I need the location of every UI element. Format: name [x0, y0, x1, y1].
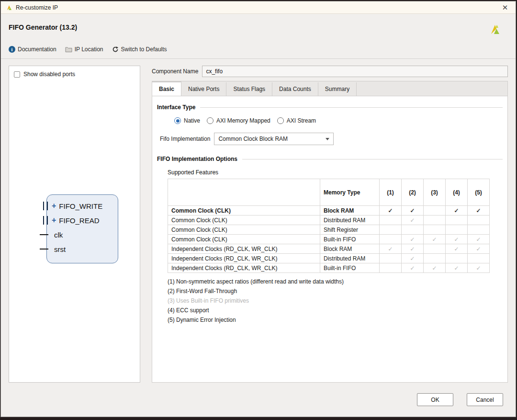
radio-label: AXI Memory Mapped — [216, 117, 270, 124]
check-icon: ✓ — [476, 265, 481, 272]
expand-plus-icon[interactable]: + — [52, 202, 56, 210]
tab-basic[interactable]: Basic — [152, 81, 181, 96]
footnote: (3) Uses Built-in FIFO primitives — [168, 296, 494, 306]
table-row[interactable]: Independent Clocks (RD_CLK, WR_CLK)Block… — [168, 244, 490, 254]
cell-check: ✓ — [402, 206, 424, 216]
cell-check: ✓ — [402, 263, 424, 273]
refresh-icon — [112, 46, 119, 53]
divider — [242, 159, 503, 159]
config-panel: Component Name BasicNative PortsStatus F… — [152, 66, 508, 383]
bus-port-fifo_write[interactable]: +FIFO_WRITE — [39, 200, 102, 212]
cell-memory: Block RAM — [320, 206, 380, 216]
cell-clock: Common Clock (CLK) — [168, 216, 320, 225]
cell-check: ✓ — [424, 263, 446, 273]
divider — [200, 107, 503, 108]
bus-port-fifo_read[interactable]: +FIFO_READ — [39, 215, 100, 226]
xilinx-logo-icon — [489, 23, 501, 37]
fifo-implementation-select[interactable]: Common Clock Block RAM — [214, 133, 334, 145]
radio-axi-memory-mapped[interactable]: AXI Memory Mapped — [207, 117, 270, 124]
col-3: (3) — [424, 179, 446, 206]
table-row[interactable]: Common Clock (CLK)Built-in FIFO✓✓✓✓ — [168, 235, 490, 244]
interface-type-title: Interface Type — [157, 104, 195, 111]
check-icon: ✓ — [476, 236, 481, 243]
cell-check — [446, 225, 468, 235]
check-icon: ✓ — [454, 207, 459, 214]
col-5: (5) — [468, 179, 490, 206]
cell-check: ✓ — [468, 244, 490, 254]
radio-button-icon[interactable] — [207, 117, 214, 124]
expand-plus-icon[interactable]: + — [52, 216, 56, 225]
cell-check — [424, 225, 446, 235]
folder-icon — [65, 46, 72, 52]
cell-clock: Common Clock (CLK) — [168, 206, 320, 216]
interface-type-section-header: Interface Type — [157, 104, 503, 111]
cell-check — [424, 206, 446, 216]
pin-port-clk[interactable]: clk — [39, 229, 63, 240]
interface-type-radio-group: NativeAXI Memory MappedAXI Stream — [174, 117, 503, 124]
check-icon: ✓ — [454, 265, 459, 272]
cell-check: ✓ — [402, 244, 424, 254]
close-icon[interactable]: ✕ — [499, 2, 511, 13]
cell-memory: Distributed RAM — [320, 254, 380, 263]
tab-native-ports[interactable]: Native Ports — [181, 82, 226, 96]
footnote: (5) Dynamic Error Injection — [168, 315, 494, 325]
cell-check — [468, 254, 490, 263]
cell-check — [380, 254, 402, 263]
fifo-options-title: FIFO Implementation Options — [157, 156, 237, 162]
supported-features-table: Memory Type(1)(2)(3)(4)(5) Common Clock … — [168, 179, 490, 273]
cell-clock: Independent Clocks (RD_CLK, WR_CLK) — [168, 254, 320, 263]
toolbar-item-label: Switch to Defaults — [121, 46, 167, 53]
pin-port-srst[interactable]: srst — [39, 243, 66, 255]
cancel-button[interactable]: Cancel — [467, 393, 503, 406]
cell-check: ✓ — [380, 244, 402, 254]
check-icon: ✓ — [388, 207, 393, 214]
tab-summary[interactable]: Summary — [318, 82, 357, 96]
cell-clock: Common Clock (CLK) — [168, 225, 320, 235]
table-row[interactable]: Independent Clocks (RD_CLK, WR_CLK)Distr… — [168, 254, 490, 263]
footnote: (1) Non-symmetric aspect ratios (differe… — [168, 277, 494, 286]
component-name-input[interactable] — [202, 66, 508, 77]
toolbar-item-documentation[interactable]: iDocumentation — [9, 46, 56, 53]
pin-wire-icon — [40, 249, 48, 250]
cell-memory: Built-in FIFO — [320, 263, 380, 273]
cell-check — [380, 235, 402, 244]
radio-native[interactable]: Native — [174, 117, 200, 124]
component-name-row: Component Name — [152, 66, 508, 77]
cell-clock: Independent Clocks (RD_CLK, WR_CLK) — [168, 244, 320, 254]
table-row[interactable]: Independent Clocks (RD_CLK, WR_CLK)Built… — [168, 263, 490, 273]
cell-check — [424, 216, 446, 225]
radio-label: AXI Stream — [287, 117, 316, 124]
fifo-implementation-label: Fifo Implementation — [160, 136, 210, 142]
check-icon: ✓ — [410, 217, 415, 224]
radio-button-icon[interactable] — [174, 117, 181, 124]
ok-button[interactable]: OK — [417, 393, 453, 406]
tab-status-flags[interactable]: Status Flags — [226, 82, 272, 96]
cell-clock: Common Clock (CLK) — [168, 235, 320, 244]
dialog-footer: OK Cancel — [1, 383, 516, 417]
show-disabled-ports-checkbox[interactable] — [14, 71, 20, 78]
supported-features-block: Supported Features Memory Type(1)(2)(3)(… — [168, 169, 494, 325]
table-row[interactable]: Common Clock (CLK)Distributed RAM✓ — [168, 216, 490, 225]
table-row[interactable]: Common Clock (CLK)Shift Register — [168, 225, 490, 235]
chevron-down-icon — [326, 138, 329, 140]
pin-wire-icon — [40, 234, 48, 235]
radio-axi-stream[interactable]: AXI Stream — [277, 117, 316, 124]
cell-check — [468, 225, 490, 235]
bus-interface-icon — [43, 202, 48, 210]
toolbar: iDocumentationIP LocationSwitch to Defau… — [1, 43, 516, 59]
cell-check — [446, 254, 468, 263]
toolbar-item-ip-location[interactable]: IP Location — [65, 46, 103, 53]
col-memory-type: Memory Type — [320, 179, 380, 206]
col-clock — [168, 179, 320, 206]
toolbar-item-switch-to-defaults[interactable]: Switch to Defaults — [112, 46, 167, 53]
info-icon: i — [9, 46, 15, 53]
dialog-header: FIFO Generator (13.2) — [1, 14, 516, 43]
tab-data-counts[interactable]: Data Counts — [272, 82, 318, 96]
toolbar-item-label: Documentation — [18, 46, 56, 53]
table-row[interactable]: Common Clock (CLK)Block RAM✓✓✓✓ — [168, 206, 490, 216]
show-disabled-ports-control[interactable]: Show disabled ports — [14, 71, 135, 78]
radio-button-icon[interactable] — [277, 117, 284, 124]
check-icon: ✓ — [388, 246, 393, 252]
cell-check: ✓ — [468, 206, 490, 216]
cell-check: ✓ — [446, 244, 468, 254]
